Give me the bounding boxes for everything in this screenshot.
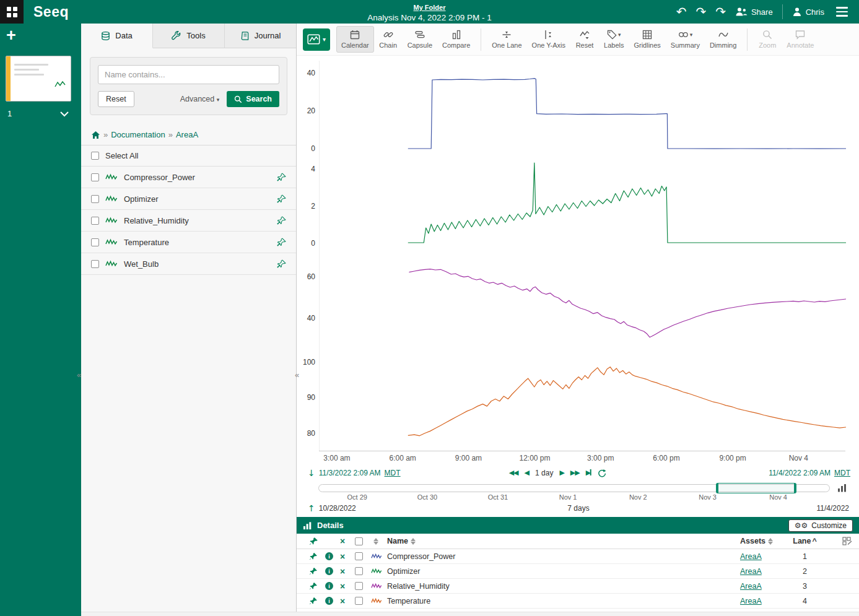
details-select-all-checkbox[interactable] [355,537,363,545]
toolbar-button-capsule[interactable]: Capsule [403,26,437,53]
row-checkbox[interactable] [355,582,363,590]
add-column-icon[interactable] [842,537,853,546]
redo-icon[interactable]: ↷ [695,6,706,18]
list-item-temperature[interactable]: Temperature [81,232,296,253]
remove-all-icon[interactable]: × [340,537,355,545]
pin-icon[interactable] [309,567,318,576]
reset-button[interactable]: Reset [98,91,134,107]
toolbar-button-annotate[interactable]: Annotate [782,26,819,53]
worksheet-thumbnail[interactable] [6,56,71,102]
investigate-start-date[interactable]: 10/28/2022 [319,504,356,513]
customize-button[interactable]: ⚙⚙ Customize [788,519,853,532]
row-checkbox[interactable] [355,552,363,560]
item-checkbox[interactable] [91,195,99,203]
refresh-icon[interactable] [597,469,606,477]
step-forward-full-icon[interactable]: ▶▶ [570,469,580,477]
timezone-link[interactable]: MDT [834,469,850,477]
investigate-range-arrow-icon[interactable]: ↑ [308,503,315,513]
overview-selection-window[interactable] [716,483,796,493]
breadcrumb-documentation[interactable]: Documentation [111,130,165,139]
item-checkbox[interactable] [91,260,99,268]
trend-lane-compressor-power[interactable] [319,61,845,157]
remove-icon[interactable]: × [340,582,355,591]
y-axis-compressor-power[interactable]: 02040 [297,61,319,155]
hamburger-menu-icon[interactable] [834,4,850,19]
undo-icon[interactable]: ↶ [676,6,687,18]
list-item-wet-bulb[interactable]: Wet_Bulb [81,253,296,275]
horizontal-scrollbar[interactable] [81,612,859,616]
trend-lane-optimizer[interactable] [319,157,845,253]
asset-link[interactable]: AreaA [740,597,762,605]
investigate-end-date[interactable]: 11/4/2022 [817,504,850,513]
list-item-optimizer[interactable]: Optimizer [81,188,296,210]
remove-icon[interactable]: × [340,597,355,605]
pin-icon[interactable] [277,173,286,182]
timezone-link[interactable]: MDT [385,469,401,477]
info-icon[interactable]: i [325,597,333,605]
details-row-temperature[interactable]: i × Temperature AreaA 4 [297,594,859,609]
advanced-toggle[interactable]: Advanced ▾ [180,95,220,103]
remove-icon[interactable]: × [340,567,355,576]
asset-link[interactable]: AreaA [740,552,762,561]
tab-journal[interactable]: Journal [225,24,296,48]
search-input[interactable] [98,65,279,84]
item-checkbox[interactable] [91,173,99,181]
details-row-compressor-power[interactable]: i × Compressor_Power AreaA 1 [297,549,859,564]
toolbar-button-reset[interactable]: Reset [570,26,599,53]
toolbar-button-labels[interactable]: ▾ Labels [599,26,629,53]
overview-chart-icon[interactable] [837,484,847,492]
worksheet-chevron-down-icon[interactable] [59,109,69,120]
sort-icon[interactable] [411,538,416,545]
row-checkbox[interactable] [355,567,363,575]
pin-icon[interactable] [277,216,286,225]
x-axis[interactable]: 3:00 am6:00 am9:00 am12:00 pm3:00 pm6:00… [319,451,845,465]
pin-icon[interactable] [309,597,318,605]
step-to-now-icon[interactable]: ▶ [586,469,591,477]
toolbar-button-one-lane[interactable]: One Lane [487,26,526,53]
add-worksheet-button[interactable]: + [6,27,16,44]
pin-icon[interactable] [309,552,318,561]
remove-icon[interactable]: × [340,552,355,561]
collapse-worksheet-strip-icon[interactable]: « [77,370,81,380]
breadcrumb-areaa[interactable]: AreaA [176,130,198,139]
info-icon[interactable]: i [325,582,333,590]
details-row-relative-humidity[interactable]: i × Relative_Humidity AreaA 3 [297,579,859,594]
range-start-datetime[interactable]: 11/3/2022 2:09 AM [319,469,381,477]
y-axis-temperature[interactable]: 8090100 [297,354,319,448]
asset-link[interactable]: AreaA [740,567,762,576]
tab-data[interactable]: Data [81,24,153,48]
sort-icon[interactable] [768,538,773,545]
trend-lane-relative-humidity[interactable] [319,253,845,354]
item-checkbox[interactable] [91,217,99,225]
column-lane[interactable]: Lane [793,537,811,545]
details-row-optimizer[interactable]: i × Optimizer AreaA 2 [297,564,859,579]
column-name[interactable]: Name [387,537,408,545]
pin-all-icon[interactable] [309,537,318,546]
info-icon[interactable]: i [325,552,333,560]
pin-icon[interactable] [309,582,318,591]
pin-icon[interactable] [277,194,286,204]
step-size-label[interactable]: 1 day [535,469,553,477]
trend-lane-temperature[interactable] [319,354,845,451]
toolbar-button-compare[interactable]: Compare [437,26,475,53]
toolbar-button-summary[interactable]: ▾ Summary [666,26,705,53]
user-menu[interactable]: Chris [792,7,824,17]
collapse-data-panel-icon[interactable]: « [295,370,299,380]
step-back-half-icon[interactable]: ◀ [525,469,529,477]
investigate-duration[interactable]: 7 days [567,504,589,513]
my-folder-link[interactable]: My Folder [414,4,446,11]
list-item-relative-humidity[interactable]: Relative_Humidity [81,210,296,232]
step-forward-half-icon[interactable]: ▶ [559,469,564,477]
column-assets[interactable]: Assets [740,537,765,545]
toolbar-button-zoom[interactable]: Zoom [753,26,782,53]
pin-icon[interactable] [277,259,286,269]
range-end-datetime[interactable]: 11/4/2022 2:09 AM [769,469,831,477]
info-icon[interactable]: i [325,567,333,575]
overview-scrubber[interactable] [318,484,830,492]
row-checkbox[interactable] [355,597,363,605]
toolbar-button-chain[interactable]: Chain [374,26,403,53]
sort-icon[interactable] [373,538,385,545]
toolbar-button-one-y-axis[interactable]: One Y-Axis [527,26,570,53]
toolbar-button-calendar[interactable]: Calendar [336,26,374,53]
y-axis-optimizer[interactable]: 024 [297,157,319,250]
